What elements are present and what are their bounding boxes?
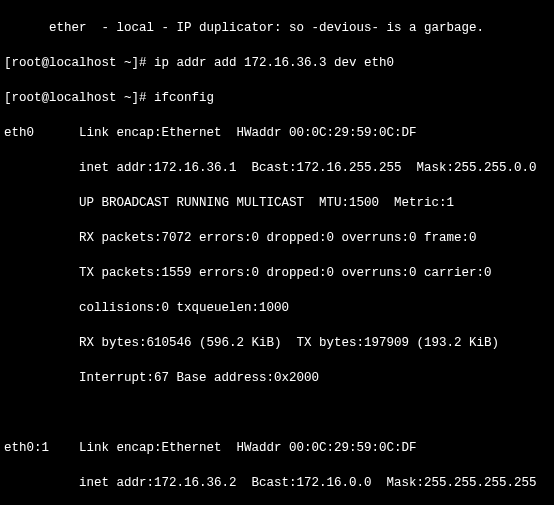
blank-line xyxy=(4,405,550,423)
shell-prompt: [root@localhost ~]# xyxy=(4,56,154,70)
ifconfig-eth01-name: eth0:1 Link encap:Ethernet HWaddr 00:0C:… xyxy=(4,440,550,458)
prompt-line: [root@localhost ~]# ifconfig xyxy=(4,90,550,108)
command-text: ip addr add 172.16.36.3 dev eth0 xyxy=(154,56,394,70)
output-line: Interrupt:67 Base address:0x2000 xyxy=(4,370,550,388)
output-line: RX bytes:610546 (596.2 KiB) TX bytes:197… xyxy=(4,335,550,353)
output-line: ether - local - IP duplicator: so -devio… xyxy=(4,20,550,38)
output-line: RX packets:7072 errors:0 dropped:0 overr… xyxy=(4,230,550,248)
output-line: inet addr:172.16.36.2 Bcast:172.16.0.0 M… xyxy=(4,475,550,493)
output-line: inet addr:172.16.36.1 Bcast:172.16.255.2… xyxy=(4,160,550,178)
output-line: collisions:0 txqueuelen:1000 xyxy=(4,300,550,318)
shell-prompt: [root@localhost ~]# xyxy=(4,91,154,105)
ifconfig-eth0-name: eth0 Link encap:Ethernet HWaddr 00:0C:29… xyxy=(4,125,550,143)
terminal-window[interactable]: ether - local - IP duplicator: so -devio… xyxy=(0,0,554,505)
prompt-line: [root@localhost ~]# ip addr add 172.16.3… xyxy=(4,55,550,73)
output-line: UP BROADCAST RUNNING MULTICAST MTU:1500 … xyxy=(4,195,550,213)
output-line: TX packets:1559 errors:0 dropped:0 overr… xyxy=(4,265,550,283)
command-text: ifconfig xyxy=(154,91,214,105)
